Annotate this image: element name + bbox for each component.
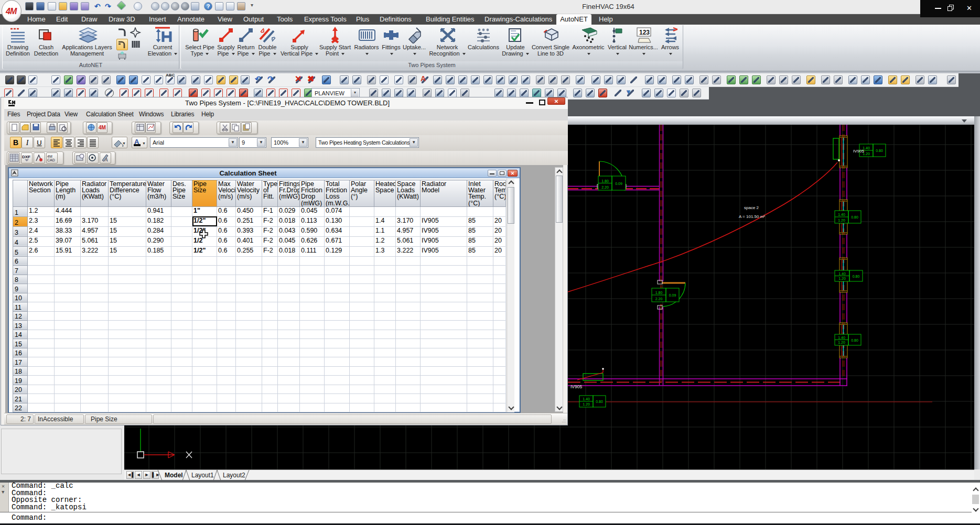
svg-text:1.20: 1.20 <box>583 402 590 406</box>
svg-text:1.20: 1.20 <box>838 341 845 344</box>
svg-text:DXF: DXF <box>22 155 30 159</box>
svg-text:1.20: 1.20 <box>838 277 846 280</box>
svg-text:123: 123 <box>639 29 650 36</box>
svg-text:0.09: 0.09 <box>615 182 622 185</box>
svg-text:4M: 4M <box>99 125 106 130</box>
svg-text:IV905: IV905 <box>853 149 864 154</box>
svg-text:1.80: 1.80 <box>655 291 663 294</box>
svg-text:1.40: 1.40 <box>838 336 845 340</box>
svg-text:1.40: 1.40 <box>838 272 846 276</box>
svg-text:0.80: 0.80 <box>596 400 603 403</box>
svg-text:1.20: 1.20 <box>838 218 845 222</box>
svg-text:0.09: 0.09 <box>669 293 676 297</box>
svg-text:0.80: 0.80 <box>851 338 858 342</box>
svg-text:0.80: 0.80 <box>853 275 860 278</box>
svg-text:1.80: 1.80 <box>601 179 609 183</box>
svg-text:1.40: 1.40 <box>838 213 845 216</box>
svg-text:2.20: 2.20 <box>601 185 609 189</box>
svg-text:0.80: 0.80 <box>876 149 883 152</box>
svg-text:CAD: CAD <box>47 158 55 162</box>
svg-text:2.20: 2.20 <box>655 297 663 301</box>
svg-text:space 2: space 2 <box>744 205 759 210</box>
svg-text:0.80: 0.80 <box>851 215 858 219</box>
svg-text:IV905: IV905 <box>570 384 582 389</box>
svg-text:A: A <box>104 157 108 162</box>
svg-text:4M: 4M <box>47 155 52 158</box>
svg-text:A = 101.50 m²: A = 101.50 m² <box>739 214 765 219</box>
svg-text:1.40: 1.40 <box>583 397 590 401</box>
